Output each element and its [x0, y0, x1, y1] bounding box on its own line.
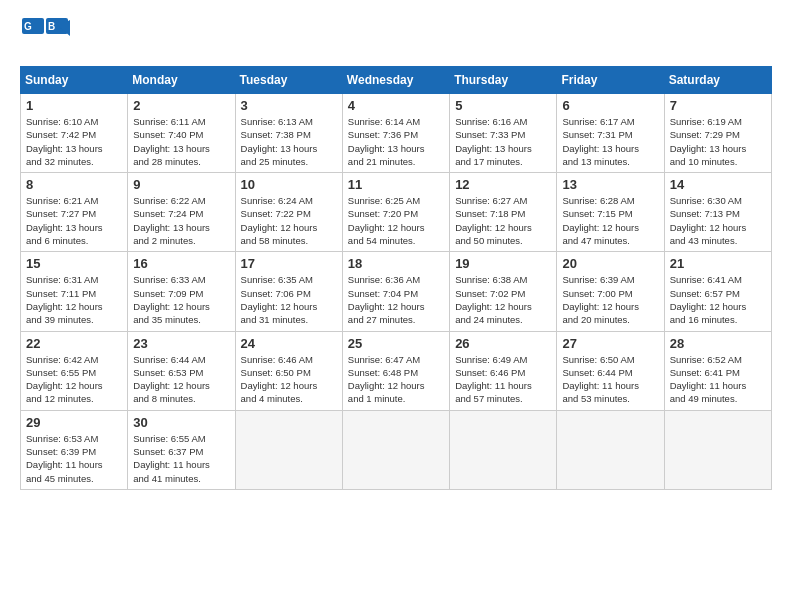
- calendar-header-row: Sunday Monday Tuesday Wednesday Thursday…: [21, 67, 772, 94]
- table-row: 1Sunrise: 6:10 AM Sunset: 7:42 PM Daylig…: [21, 94, 128, 173]
- day-info: Sunrise: 6:38 AM Sunset: 7:02 PM Dayligh…: [455, 273, 551, 326]
- day-info: Sunrise: 6:25 AM Sunset: 7:20 PM Dayligh…: [348, 194, 444, 247]
- table-row: 10Sunrise: 6:24 AM Sunset: 7:22 PM Dayli…: [235, 173, 342, 252]
- table-row: 7Sunrise: 6:19 AM Sunset: 7:29 PM Daylig…: [664, 94, 771, 173]
- table-row: 14Sunrise: 6:30 AM Sunset: 7:13 PM Dayli…: [664, 173, 771, 252]
- table-row: 12Sunrise: 6:27 AM Sunset: 7:18 PM Dayli…: [450, 173, 557, 252]
- day-number: 11: [348, 177, 444, 192]
- day-number: 19: [455, 256, 551, 271]
- table-row: 13Sunrise: 6:28 AM Sunset: 7:15 PM Dayli…: [557, 173, 664, 252]
- header-wednesday: Wednesday: [342, 67, 449, 94]
- table-row: 30Sunrise: 6:55 AM Sunset: 6:37 PM Dayli…: [128, 410, 235, 489]
- day-number: 1: [26, 98, 122, 113]
- day-info: Sunrise: 6:31 AM Sunset: 7:11 PM Dayligh…: [26, 273, 122, 326]
- table-row: 23Sunrise: 6:44 AM Sunset: 6:53 PM Dayli…: [128, 331, 235, 410]
- day-info: Sunrise: 6:14 AM Sunset: 7:36 PM Dayligh…: [348, 115, 444, 168]
- day-number: 23: [133, 336, 229, 351]
- day-info: Sunrise: 6:30 AM Sunset: 7:13 PM Dayligh…: [670, 194, 766, 247]
- day-info: Sunrise: 6:24 AM Sunset: 7:22 PM Dayligh…: [241, 194, 337, 247]
- day-info: Sunrise: 6:41 AM Sunset: 6:57 PM Dayligh…: [670, 273, 766, 326]
- day-number: 6: [562, 98, 658, 113]
- table-row: [235, 410, 342, 489]
- header-tuesday: Tuesday: [235, 67, 342, 94]
- table-row: 24Sunrise: 6:46 AM Sunset: 6:50 PM Dayli…: [235, 331, 342, 410]
- table-row: 26Sunrise: 6:49 AM Sunset: 6:46 PM Dayli…: [450, 331, 557, 410]
- table-row: 22Sunrise: 6:42 AM Sunset: 6:55 PM Dayli…: [21, 331, 128, 410]
- calendar-week-4: 22Sunrise: 6:42 AM Sunset: 6:55 PM Dayli…: [21, 331, 772, 410]
- day-info: Sunrise: 6:33 AM Sunset: 7:09 PM Dayligh…: [133, 273, 229, 326]
- day-number: 25: [348, 336, 444, 351]
- day-number: 16: [133, 256, 229, 271]
- day-number: 28: [670, 336, 766, 351]
- table-row: 4Sunrise: 6:14 AM Sunset: 7:36 PM Daylig…: [342, 94, 449, 173]
- day-info: Sunrise: 6:44 AM Sunset: 6:53 PM Dayligh…: [133, 353, 229, 406]
- table-row: [664, 410, 771, 489]
- day-number: 21: [670, 256, 766, 271]
- header-monday: Monday: [128, 67, 235, 94]
- calendar-week-1: 1Sunrise: 6:10 AM Sunset: 7:42 PM Daylig…: [21, 94, 772, 173]
- day-info: Sunrise: 6:36 AM Sunset: 7:04 PM Dayligh…: [348, 273, 444, 326]
- day-info: Sunrise: 6:27 AM Sunset: 7:18 PM Dayligh…: [455, 194, 551, 247]
- calendar-week-2: 8Sunrise: 6:21 AM Sunset: 7:27 PM Daylig…: [21, 173, 772, 252]
- header-sunday: Sunday: [21, 67, 128, 94]
- day-info: Sunrise: 6:50 AM Sunset: 6:44 PM Dayligh…: [562, 353, 658, 406]
- table-row: 19Sunrise: 6:38 AM Sunset: 7:02 PM Dayli…: [450, 252, 557, 331]
- day-number: 24: [241, 336, 337, 351]
- table-row: [342, 410, 449, 489]
- day-number: 20: [562, 256, 658, 271]
- logo-icon: G B: [20, 16, 70, 56]
- day-number: 17: [241, 256, 337, 271]
- day-number: 29: [26, 415, 122, 430]
- day-number: 8: [26, 177, 122, 192]
- svg-text:B: B: [48, 21, 55, 32]
- day-info: Sunrise: 6:16 AM Sunset: 7:33 PM Dayligh…: [455, 115, 551, 168]
- day-info: Sunrise: 6:17 AM Sunset: 7:31 PM Dayligh…: [562, 115, 658, 168]
- day-info: Sunrise: 6:35 AM Sunset: 7:06 PM Dayligh…: [241, 273, 337, 326]
- day-number: 18: [348, 256, 444, 271]
- day-info: Sunrise: 6:19 AM Sunset: 7:29 PM Dayligh…: [670, 115, 766, 168]
- table-row: 9Sunrise: 6:22 AM Sunset: 7:24 PM Daylig…: [128, 173, 235, 252]
- calendar-table: Sunday Monday Tuesday Wednesday Thursday…: [20, 66, 772, 490]
- day-number: 9: [133, 177, 229, 192]
- table-row: 27Sunrise: 6:50 AM Sunset: 6:44 PM Dayli…: [557, 331, 664, 410]
- day-info: Sunrise: 6:52 AM Sunset: 6:41 PM Dayligh…: [670, 353, 766, 406]
- table-row: 20Sunrise: 6:39 AM Sunset: 7:00 PM Dayli…: [557, 252, 664, 331]
- day-number: 3: [241, 98, 337, 113]
- day-info: Sunrise: 6:28 AM Sunset: 7:15 PM Dayligh…: [562, 194, 658, 247]
- table-row: 6Sunrise: 6:17 AM Sunset: 7:31 PM Daylig…: [557, 94, 664, 173]
- svg-text:G: G: [24, 21, 32, 32]
- day-number: 15: [26, 256, 122, 271]
- day-info: Sunrise: 6:39 AM Sunset: 7:00 PM Dayligh…: [562, 273, 658, 326]
- day-number: 10: [241, 177, 337, 192]
- calendar-week-5: 29Sunrise: 6:53 AM Sunset: 6:39 PM Dayli…: [21, 410, 772, 489]
- day-info: Sunrise: 6:47 AM Sunset: 6:48 PM Dayligh…: [348, 353, 444, 406]
- logo: G B: [20, 16, 74, 56]
- table-row: 21Sunrise: 6:41 AM Sunset: 6:57 PM Dayli…: [664, 252, 771, 331]
- calendar-week-3: 15Sunrise: 6:31 AM Sunset: 7:11 PM Dayli…: [21, 252, 772, 331]
- day-info: Sunrise: 6:55 AM Sunset: 6:37 PM Dayligh…: [133, 432, 229, 485]
- table-row: 25Sunrise: 6:47 AM Sunset: 6:48 PM Dayli…: [342, 331, 449, 410]
- table-row: [450, 410, 557, 489]
- day-info: Sunrise: 6:10 AM Sunset: 7:42 PM Dayligh…: [26, 115, 122, 168]
- day-number: 14: [670, 177, 766, 192]
- day-info: Sunrise: 6:11 AM Sunset: 7:40 PM Dayligh…: [133, 115, 229, 168]
- day-number: 26: [455, 336, 551, 351]
- table-row: 3Sunrise: 6:13 AM Sunset: 7:38 PM Daylig…: [235, 94, 342, 173]
- day-info: Sunrise: 6:21 AM Sunset: 7:27 PM Dayligh…: [26, 194, 122, 247]
- day-number: 30: [133, 415, 229, 430]
- day-info: Sunrise: 6:42 AM Sunset: 6:55 PM Dayligh…: [26, 353, 122, 406]
- day-number: 2: [133, 98, 229, 113]
- table-row: 15Sunrise: 6:31 AM Sunset: 7:11 PM Dayli…: [21, 252, 128, 331]
- day-number: 27: [562, 336, 658, 351]
- header: G B: [20, 16, 772, 56]
- day-number: 5: [455, 98, 551, 113]
- header-thursday: Thursday: [450, 67, 557, 94]
- table-row: 18Sunrise: 6:36 AM Sunset: 7:04 PM Dayli…: [342, 252, 449, 331]
- table-row: 11Sunrise: 6:25 AM Sunset: 7:20 PM Dayli…: [342, 173, 449, 252]
- day-number: 4: [348, 98, 444, 113]
- calendar-page: G B Sunday Monday Tuesday Wednesday Thur…: [0, 0, 792, 506]
- day-number: 22: [26, 336, 122, 351]
- day-info: Sunrise: 6:22 AM Sunset: 7:24 PM Dayligh…: [133, 194, 229, 247]
- table-row: 29Sunrise: 6:53 AM Sunset: 6:39 PM Dayli…: [21, 410, 128, 489]
- day-info: Sunrise: 6:46 AM Sunset: 6:50 PM Dayligh…: [241, 353, 337, 406]
